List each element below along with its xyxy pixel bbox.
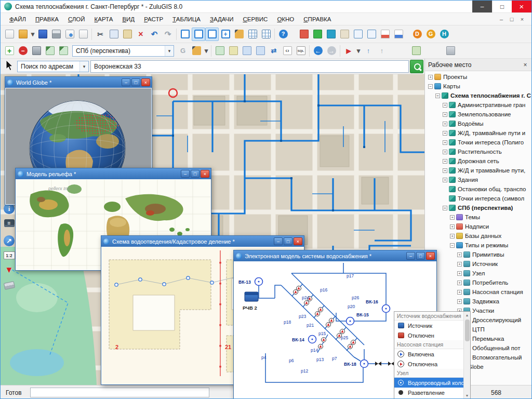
model-minimize-button[interactable]: – [406, 252, 415, 260]
tag-button[interactable] [409, 44, 423, 58]
export-button[interactable] [76, 28, 90, 41]
tree-item-5[interactable]: +Водоёмы [425, 119, 532, 128]
tree-expander[interactable]: + [450, 224, 455, 229]
topology-button[interactable] [227, 44, 240, 58]
add-layer-button[interactable]: + [3, 44, 16, 58]
legend-button[interactable]: ≡ [3, 217, 16, 230]
tree-item-7[interactable]: +Точки интереса (Полиго [425, 138, 532, 147]
sql-button[interactable]: SQL [294, 44, 308, 58]
flow-dropdown[interactable]: ▾ [355, 44, 362, 58]
workspace-close-icon[interactable]: × [521, 61, 529, 69]
menu-item-10[interactable]: СПРАВКА [299, 16, 336, 22]
tree-item-15[interactable]: +Темы [425, 212, 532, 222]
service-h-button[interactable]: H [437, 28, 451, 41]
zoom-extent-button[interactable]: + [219, 28, 232, 41]
remove-layer-button[interactable]: − [16, 44, 30, 58]
legend-item[interactable]: Разветвление [394, 388, 463, 397]
blue-line-button[interactable] [392, 28, 405, 41]
tree-expander[interactable]: + [443, 140, 447, 145]
tree-expander[interactable]: + [428, 75, 433, 79]
minimize-button[interactable]: – [472, 1, 492, 12]
relief-close-button[interactable]: × [201, 170, 209, 178]
merge-button[interactable]: ⇄ [267, 44, 281, 58]
tree-item-14[interactable]: −СПб (перспектива) [425, 203, 532, 212]
undo-button[interactable]: ↶ [148, 28, 161, 41]
copy-button[interactable] [107, 28, 121, 41]
object-list-button[interactable] [254, 44, 267, 58]
object-info-button[interactable] [240, 44, 254, 58]
print-button[interactable] [49, 28, 63, 41]
pan-tool[interactable] [192, 28, 205, 41]
tree-expander[interactable]: + [457, 281, 462, 285]
draw-style-dropdown[interactable]: ▾ [203, 44, 209, 58]
filter-button[interactable]: ▼ [3, 263, 16, 276]
tree-expander[interactable]: − [428, 84, 433, 89]
well-node-icon[interactable] [382, 305, 390, 313]
well-node-icon[interactable] [309, 336, 316, 343]
tree-item-6[interactable]: +Ж/Д, трамвайные пути и [425, 128, 532, 138]
legend-item[interactable]: Источник [394, 321, 463, 330]
menu-item-6[interactable]: ТАБЛИЦА [168, 16, 205, 22]
draw-style-button[interactable] [190, 44, 203, 58]
tree-item-3[interactable]: +Административные гран [425, 100, 532, 110]
relief-window-titlebar[interactable]: Модель рельефа * – □ × [16, 168, 211, 179]
open-button[interactable] [16, 28, 30, 41]
cadastre-close-button[interactable]: × [294, 237, 302, 245]
tree-item-20[interactable]: +Источник [425, 259, 532, 269]
edit-map-button[interactable] [232, 28, 246, 41]
scroll-up-icon[interactable]: ▲ [464, 312, 471, 318]
tree-item-19[interactable]: +Примитивы [425, 250, 532, 259]
tree-item-22[interactable]: +Потребитель [425, 278, 532, 287]
tree-item-18[interactable]: −Типы и режимы [425, 241, 532, 250]
back-button[interactable]: ← [311, 44, 325, 58]
menu-item-4[interactable]: ВИД [117, 16, 139, 22]
raise-button[interactable]: ↑ [362, 44, 375, 58]
menu-item-0[interactable]: ФАЙЛ [5, 16, 31, 22]
tree-expander[interactable]: + [450, 234, 455, 238]
legend-item[interactable]: Включена [394, 349, 463, 359]
cut-button[interactable]: ✂ [94, 28, 107, 41]
legend-item[interactable]: Водопроводный колодец [394, 378, 463, 388]
flag-button[interactable] [351, 28, 365, 41]
flag-2-button[interactable] [365, 28, 378, 41]
redo-button[interactable]: ↷ [161, 28, 175, 41]
layer-combo[interactable]: СПб (перспектива)▾ [72, 45, 174, 57]
scale-button[interactable]: 1:2 [3, 249, 16, 262]
tree-expander[interactable]: + [443, 131, 447, 136]
menu-item-1[interactable]: ПРАВКА [31, 16, 63, 22]
menu-item-9[interactable]: ОКНО [272, 16, 299, 22]
find-in-table-button[interactable] [259, 28, 273, 41]
tree-item-12[interactable]: Остановки общ. транспо [425, 184, 532, 194]
globe-minimize-button[interactable]: – [122, 78, 130, 86]
tree-item-23[interactable]: +Насосная станция [425, 287, 532, 297]
zoom-window-tool[interactable] [205, 28, 219, 41]
service-d-button[interactable]: D [410, 28, 424, 41]
address-search-input[interactable] [90, 60, 409, 73]
tree-expander[interactable]: + [457, 290, 462, 295]
mdi-restore-button[interactable]: □ [507, 15, 517, 23]
legend-item[interactable]: Отключен [394, 330, 463, 340]
tree-expander[interactable]: + [443, 168, 447, 173]
layer-edit-button[interactable] [43, 44, 57, 58]
tree-item-2[interactable]: −Схема теплоснабжения г. С [425, 91, 532, 100]
import-button[interactable]: ↑ [375, 44, 389, 58]
tree-expander[interactable]: − [443, 206, 447, 210]
xml-button[interactable]: ‹› [281, 44, 294, 58]
layer-edit-all-button[interactable] [57, 44, 70, 58]
print-preview-button[interactable] [63, 28, 76, 41]
well-node-icon[interactable] [347, 317, 354, 325]
mdi-close-button[interactable]: × [517, 15, 527, 23]
tree-expander[interactable]: + [443, 150, 447, 154]
open-dropdown[interactable]: ▾ [30, 28, 36, 41]
model-maximize-button[interactable]: □ [416, 252, 425, 260]
stats-button[interactable] [338, 28, 351, 41]
tree-item-21[interactable]: +Узел [425, 269, 532, 278]
menu-item-8[interactable]: СЕРВИС [238, 16, 272, 22]
tree-expander[interactable]: + [457, 271, 462, 276]
help-button[interactable]: ? [276, 28, 290, 41]
forward-button[interactable]: → [325, 44, 338, 58]
save-button[interactable] [36, 28, 49, 41]
menu-item-3[interactable]: КАРТА [90, 16, 118, 22]
model-close-button[interactable]: × [426, 252, 435, 260]
delete-button[interactable]: × [134, 28, 148, 41]
